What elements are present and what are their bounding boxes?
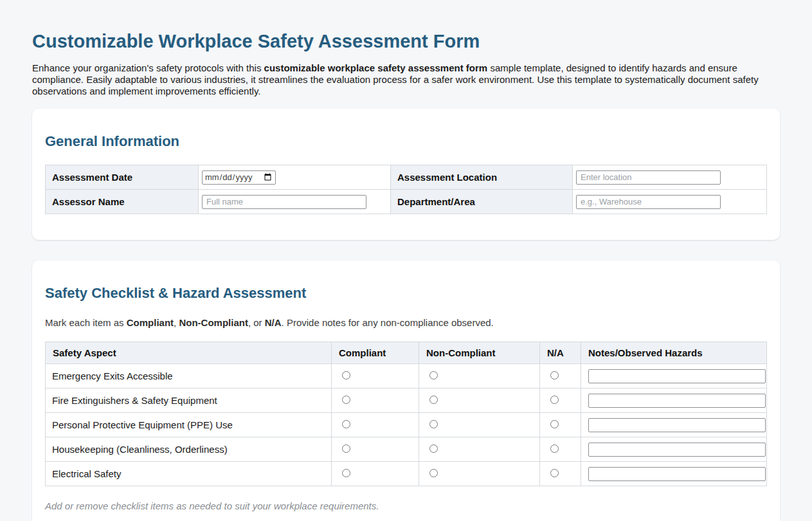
non-compliant-cell: [419, 437, 540, 462]
notes-cell: [581, 462, 767, 486]
na-cell: [540, 364, 581, 388]
instruction-compliant: Compliant: [127, 317, 174, 328]
department-area-cell: [573, 190, 767, 214]
non-compliant-cell: [419, 388, 540, 413]
assessment-date-input[interactable]: [202, 170, 276, 185]
assessment-date-cell: [199, 165, 391, 190]
non-compliant-radio[interactable]: [429, 444, 438, 453]
general-info-table: Assessment Date Assessment Location Asse…: [45, 165, 767, 214]
notes-input[interactable]: [588, 443, 766, 457]
aspect-label: Emergency Exits Accessible: [46, 364, 332, 388]
notes-input[interactable]: [588, 418, 766, 432]
compliant-radio[interactable]: [342, 420, 350, 428]
compliant-cell: [332, 462, 419, 486]
na-cell: [540, 413, 581, 437]
safety-checklist-heading: Safety Checklist & Hazard Assessment: [45, 285, 767, 302]
department-area-label: Department/Area: [391, 190, 573, 214]
checklist-instruction: Mark each item as Compliant, Non-Complia…: [45, 317, 767, 328]
page-title: Customizable Workplace Safety Assessment…: [32, 31, 780, 52]
aspect-label: Housekeeping (Cleanliness, Orderliness): [46, 437, 332, 462]
non-compliant-radio[interactable]: [429, 371, 438, 379]
column-header-na: N/A: [540, 342, 581, 364]
aspect-label: Personal Protective Equipment (PPE) Use: [46, 413, 332, 437]
assessor-name-cell: [199, 190, 391, 214]
column-header-compliant: Compliant: [332, 342, 419, 364]
instruction-na: N/A: [265, 317, 282, 328]
checklist-row: Emergency Exits Accessible: [46, 364, 767, 388]
instruction-text: . Provide notes for any non-compliance o…: [282, 317, 494, 328]
na-radio[interactable]: [550, 444, 559, 453]
na-radio[interactable]: [550, 469, 559, 477]
assessment-location-cell: [573, 165, 767, 190]
aspect-label: Electrical Safety: [46, 462, 332, 486]
safety-checklist-table: Safety Aspect Compliant Non-Compliant N/…: [45, 342, 767, 486]
column-header-safety-aspect: Safety Aspect: [46, 342, 332, 364]
notes-cell: [581, 413, 767, 437]
checklist-footnote: Add or remove checklist items as needed …: [45, 500, 767, 511]
compliant-cell: [332, 388, 419, 413]
notes-input[interactable]: [588, 394, 766, 408]
non-compliant-cell: [419, 462, 540, 486]
safety-checklist-card: Safety Checklist & Hazard Assessment Mar…: [32, 260, 780, 521]
notes-input[interactable]: [588, 467, 766, 481]
department-area-input[interactable]: [576, 195, 721, 209]
checklist-header-row: Safety Aspect Compliant Non-Compliant N/…: [46, 342, 767, 364]
intro-text: Enhance your organization's safety proto…: [32, 62, 765, 97]
assessor-name-label: Assessor Name: [46, 190, 199, 214]
checklist-row: Fire Extinguishers & Safety Equipment: [46, 388, 767, 413]
assessor-name-input[interactable]: [202, 195, 366, 209]
non-compliant-radio[interactable]: [429, 469, 438, 477]
checklist-row: Housekeeping (Cleanliness, Orderliness): [46, 437, 767, 462]
compliant-cell: [332, 437, 419, 462]
na-cell: [540, 462, 581, 486]
na-radio[interactable]: [550, 420, 559, 428]
assessment-location-input[interactable]: [576, 170, 721, 185]
non-compliant-radio[interactable]: [429, 396, 438, 404]
notes-cell: [581, 364, 767, 388]
table-row: Assessor Name Department/Area: [46, 190, 767, 214]
compliant-cell: [332, 413, 419, 437]
general-information-card: General Information Assessment Date Asse…: [32, 109, 780, 240]
compliant-radio[interactable]: [342, 469, 350, 477]
general-information-heading: General Information: [45, 133, 767, 150]
instruction-non-compliant: Non-Compliant: [179, 317, 248, 328]
column-header-non-compliant: Non-Compliant: [419, 342, 540, 364]
column-header-notes: Notes/Observed Hazards: [581, 342, 767, 364]
table-row: Assessment Date Assessment Location: [46, 165, 767, 190]
na-cell: [540, 437, 581, 462]
na-radio[interactable]: [550, 396, 559, 404]
na-radio[interactable]: [550, 371, 559, 379]
compliant-cell: [332, 364, 419, 388]
page: Customizable Workplace Safety Assessment…: [0, 0, 812, 521]
non-compliant-radio[interactable]: [429, 420, 438, 428]
notes-cell: [581, 388, 767, 413]
non-compliant-cell: [419, 364, 540, 388]
intro-pre: Enhance your organization's safety proto…: [32, 62, 264, 73]
notes-cell: [581, 437, 767, 462]
non-compliant-cell: [419, 413, 540, 437]
notes-input[interactable]: [588, 369, 766, 383]
assessment-date-label: Assessment Date: [46, 165, 199, 190]
checklist-row: Personal Protective Equipment (PPE) Use: [46, 413, 767, 437]
instruction-text: , or: [248, 317, 265, 328]
compliant-radio[interactable]: [342, 371, 350, 379]
intro-bold: customizable workplace safety assessment…: [264, 62, 488, 73]
checklist-row: Electrical Safety: [46, 462, 767, 486]
instruction-text: Mark each item as: [45, 317, 127, 328]
compliant-radio[interactable]: [342, 396, 350, 404]
assessment-location-label: Assessment Location: [391, 165, 573, 190]
aspect-label: Fire Extinguishers & Safety Equipment: [46, 388, 332, 413]
compliant-radio[interactable]: [342, 444, 350, 453]
na-cell: [540, 388, 581, 413]
